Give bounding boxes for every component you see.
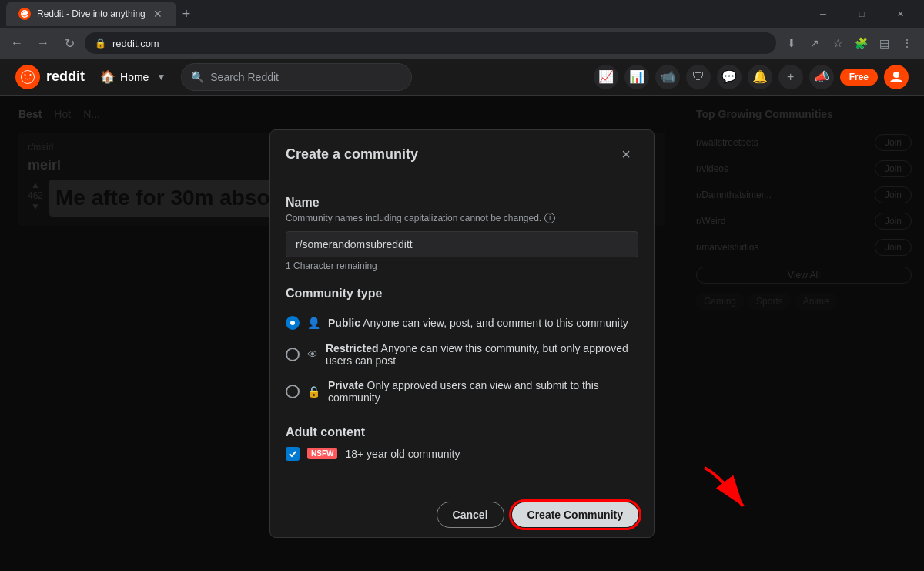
radio-public[interactable] <box>286 316 300 330</box>
svg-point-4 <box>893 72 899 78</box>
new-tab-button[interactable]: + <box>176 3 197 25</box>
adult-content-section: Adult content NSFW 18+ year old communit… <box>286 425 638 461</box>
megaphone-icon[interactable]: 📣 <box>809 65 834 89</box>
reddit-logo[interactable]: reddit <box>15 65 85 89</box>
modal-body: Name Community names including capitaliz… <box>270 180 654 492</box>
browser-toolbar: ← → ↻ 🔒 reddit.com ⬇ ↗ ☆ 🧩 ▤ ⋮ <box>0 28 924 59</box>
trending-icon[interactable]: 📈 <box>594 65 618 89</box>
video-icon[interactable]: 📹 <box>655 65 680 89</box>
url-text: reddit.com <box>112 38 159 49</box>
sidebar-toggle-button[interactable]: ▤ <box>873 32 895 54</box>
close-window-button[interactable]: ✕ <box>882 0 918 28</box>
minimize-button[interactable]: ─ <box>805 0 841 28</box>
radio-option-private[interactable]: 🔒 Private Only approved users can view a… <box>286 373 638 410</box>
info-icon: i <box>544 213 555 223</box>
home-label: Home <box>120 71 149 83</box>
reddit-header: reddit 🏠 Home ▼ 🔍 📈 📊 📹 🛡 💬 🔔 + 📣 Free <box>0 59 924 96</box>
window-controls: ─ □ ✕ <box>805 0 918 28</box>
nsfw-badge: NSFW <box>307 448 337 459</box>
radio-option-restricted[interactable]: 👁 Restricted Anyone can view this commun… <box>286 336 638 373</box>
bell-icon[interactable]: 🔔 <box>748 65 772 89</box>
create-community-modal: Create a community × Name Community name… <box>270 129 654 538</box>
radio-restricted[interactable] <box>286 348 300 361</box>
arrow-indicator <box>697 460 758 525</box>
adult-content-label: Adult content <box>286 425 638 439</box>
name-label: Name <box>286 196 638 210</box>
reddit-icon <box>15 65 40 89</box>
extensions-button[interactable]: 🧩 <box>850 32 872 54</box>
reload-button[interactable]: ↻ <box>59 32 80 54</box>
nsfw-checkbox[interactable] <box>286 447 300 461</box>
user-avatar-button[interactable] <box>884 65 909 89</box>
radio-option-public[interactable]: 👤 Public Anyone can view, post, and comm… <box>286 310 638 336</box>
security-icon: 🔒 <box>95 38 106 49</box>
dropdown-arrow-icon: ▼ <box>156 72 166 82</box>
menu-button[interactable]: ⋮ <box>896 32 918 54</box>
maximize-button[interactable]: □ <box>844 0 879 28</box>
forward-button[interactable]: → <box>32 32 54 54</box>
search-bar[interactable]: 🔍 <box>181 63 412 91</box>
tab-close-button[interactable]: ✕ <box>152 8 164 20</box>
private-icon: 🔒 <box>307 385 320 398</box>
modal-close-button[interactable]: × <box>614 143 638 167</box>
browser-tab[interactable]: Reddit - Dive into anything ✕ <box>6 2 176 26</box>
tab-title: Reddit - Dive into anything <box>37 8 146 19</box>
tab-favicon <box>18 8 31 20</box>
restricted-icon: 👁 <box>307 348 318 361</box>
bookmark-button[interactable]: ☆ <box>827 32 849 54</box>
modal-header: Create a community × <box>270 130 654 180</box>
create-community-button[interactable]: Create Community <box>512 502 638 527</box>
svg-point-3 <box>25 74 26 76</box>
name-section: Name Community names including capitaliz… <box>286 196 638 271</box>
share-button[interactable]: ↗ <box>804 32 825 54</box>
search-input[interactable] <box>210 71 402 83</box>
community-type-label: Community type <box>286 287 638 301</box>
community-name-input[interactable] <box>286 231 638 257</box>
modal-footer: Cancel Create Community <box>270 492 654 537</box>
public-icon: 👤 <box>307 317 320 329</box>
name-sublabel: Community names including capitalization… <box>286 213 638 223</box>
modal-overlay: Create a community × Name Community name… <box>0 96 924 571</box>
address-bar[interactable]: 🔒 reddit.com <box>85 32 776 54</box>
adult-content-description: 18+ year old community <box>345 448 460 460</box>
reddit-wordmark: reddit <box>46 69 85 85</box>
modal-title: Create a community <box>286 146 418 163</box>
svg-point-2 <box>30 74 32 76</box>
download-button[interactable]: ⬇ <box>781 32 802 54</box>
cancel-button[interactable]: Cancel <box>437 502 504 528</box>
plus-icon[interactable]: + <box>778 65 803 89</box>
search-icon: 🔍 <box>191 71 204 83</box>
char-remaining: 1 Character remaining <box>286 260 638 271</box>
back-button[interactable]: ← <box>6 32 28 54</box>
stats-icon[interactable]: 📊 <box>624 65 649 89</box>
radio-private[interactable] <box>286 385 300 398</box>
community-type-section: Community type 👤 Public Anyone can view,… <box>286 287 638 410</box>
chat-icon[interactable]: 💬 <box>717 65 742 89</box>
home-icon: 🏠 <box>100 69 116 84</box>
free-label: Free <box>849 72 869 82</box>
free-badge-button[interactable]: Free <box>840 69 878 86</box>
shield-icon[interactable]: 🛡 <box>686 65 711 89</box>
home-button[interactable]: 🏠 Home ▼ <box>94 66 172 87</box>
